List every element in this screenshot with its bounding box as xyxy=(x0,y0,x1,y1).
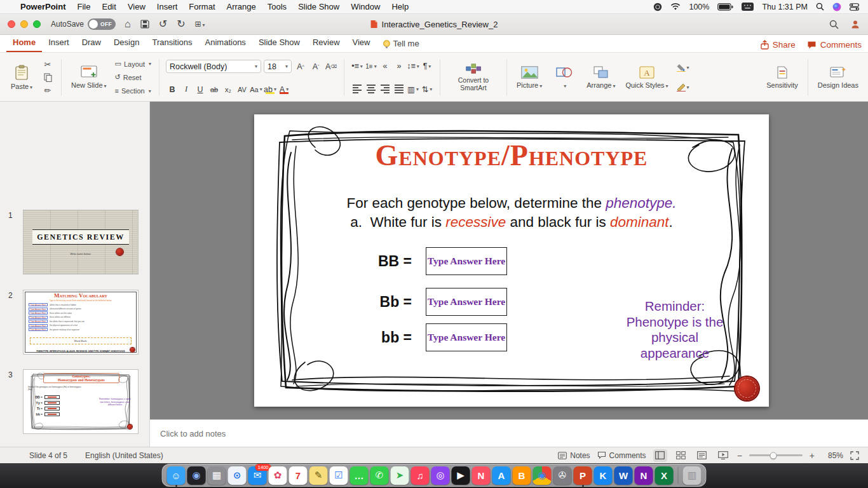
genotype-label[interactable]: Bb = xyxy=(375,294,412,311)
zoom-out-button[interactable]: − xyxy=(737,451,742,461)
answer-box[interactable]: Type Answer Here xyxy=(426,288,507,316)
comments-button[interactable]: Comments xyxy=(807,40,862,50)
tell-me-button[interactable]: Tell me xyxy=(377,36,426,52)
seal-icon[interactable] xyxy=(735,377,759,400)
zoom-slider[interactable] xyxy=(749,454,803,456)
tab-insert[interactable]: Insert xyxy=(42,35,76,52)
menu-window[interactable]: Window xyxy=(351,2,380,11)
new-slide-button[interactable]: New Slide▾ xyxy=(68,57,110,98)
section-button[interactable]: ≡ Section▾ xyxy=(114,85,153,97)
dock-podcasts-icon[interactable]: ◎ xyxy=(431,466,450,485)
slide-canvas[interactable]: Genotype/Phenotype For each genotype bel… xyxy=(150,102,868,419)
copy-button[interactable] xyxy=(41,71,55,84)
tab-transitions[interactable]: Transitions xyxy=(146,35,198,52)
fit-slide-button[interactable] xyxy=(850,451,859,460)
shape-outline-button[interactable]: ▾ xyxy=(675,81,691,94)
menu-insert[interactable]: Insert xyxy=(157,2,178,11)
menu-edit[interactable]: Edit xyxy=(102,2,116,11)
justify-button[interactable] xyxy=(393,83,405,95)
menu-app-name[interactable]: PowerPoint xyxy=(20,2,66,11)
battery-icon[interactable] xyxy=(717,3,733,11)
language-selector[interactable]: English (United States) xyxy=(85,451,163,460)
toolbar-options-icon[interactable]: ⊞▾ xyxy=(195,20,205,28)
dock-onenote-icon[interactable]: N xyxy=(635,466,653,485)
subscript-button[interactable]: x₂ xyxy=(222,83,234,95)
reading-view-button[interactable] xyxy=(695,449,709,462)
minimize-window-button[interactable] xyxy=(20,20,28,28)
dock-maps-icon[interactable]: ➤ xyxy=(391,466,409,485)
text-direction-button[interactable]: ¶▾ xyxy=(421,60,433,72)
dock-reminders-icon[interactable]: ☑ xyxy=(330,466,348,485)
shapes-button[interactable]: ▾ xyxy=(549,57,580,98)
dock-excel-icon[interactable]: X xyxy=(655,466,674,485)
strikethrough-button[interactable]: ab xyxy=(208,83,220,95)
slide-thumbnail-3[interactable]: Genotypes: Homozygous and Heterozygous I… xyxy=(23,369,139,434)
dock-chrome-icon[interactable]: ◉ xyxy=(533,466,552,485)
line-spacing-button[interactable]: ↕≡▾ xyxy=(407,60,419,72)
format-painter-button[interactable]: ✏ xyxy=(41,85,55,97)
underline-button[interactable]: U xyxy=(194,83,207,95)
dock-siri-icon[interactable]: ◉ xyxy=(187,466,206,485)
tab-home[interactable]: Home xyxy=(6,35,42,52)
dock-calendar-icon[interactable]: 7 xyxy=(289,466,308,485)
titlebar-search-icon[interactable] xyxy=(829,20,839,29)
tab-design[interactable]: Design xyxy=(107,35,146,52)
quick-styles-button[interactable]: A Quick Styles▾ xyxy=(622,57,671,98)
genotype-label[interactable]: bb = xyxy=(375,329,412,346)
notes-toggle-button[interactable]: Notes xyxy=(558,451,590,460)
notes-pane[interactable]: Click to add notes xyxy=(150,419,868,447)
tab-review[interactable]: Review xyxy=(306,35,346,52)
zoom-in-button[interactable]: + xyxy=(810,451,815,461)
font-size-select[interactable]: 18▾ xyxy=(264,60,292,73)
italic-button[interactable]: I xyxy=(180,83,193,95)
menu-help[interactable]: Help xyxy=(391,2,409,11)
reminder-text[interactable]: Reminder: Phenotype is the physical appe… xyxy=(625,299,725,361)
dock-trash-icon[interactable]: ▥ xyxy=(683,466,702,485)
tab-view[interactable]: View xyxy=(346,35,377,52)
convert-smartart-button[interactable]: Convert to SmartArt xyxy=(447,57,500,98)
dock-tv-icon[interactable]: ▶ xyxy=(452,466,470,485)
clear-formatting-button[interactable]: A⌫ xyxy=(325,60,337,72)
dock-word-icon[interactable]: W xyxy=(614,466,633,485)
home-icon[interactable]: ⌂ xyxy=(125,19,131,29)
tab-slide-show[interactable]: Slide Show xyxy=(252,35,306,52)
font-name-select[interactable]: Rockwell (Body)▾ xyxy=(166,60,261,73)
comments-toggle-button[interactable]: Comments xyxy=(597,451,646,460)
menu-file[interactable]: File xyxy=(78,2,91,11)
dock-notes-icon[interactable]: ✎ xyxy=(309,466,328,485)
dock-mail-icon[interactable]: ✉1400 xyxy=(248,466,267,485)
menu-arrange[interactable]: Arrange xyxy=(227,2,256,11)
decrease-indent-button[interactable]: « xyxy=(379,60,391,72)
dock-launchpad-icon[interactable]: ▦ xyxy=(208,466,226,485)
paste-button[interactable]: Paste▾ xyxy=(6,57,37,98)
menu-slide-show[interactable]: Slide Show xyxy=(298,2,339,11)
dock-books-icon[interactable]: B xyxy=(513,466,531,485)
picture-button[interactable]: Picture▾ xyxy=(513,57,545,98)
slideshow-button[interactable] xyxy=(716,449,730,462)
zoom-level[interactable]: 85% xyxy=(822,451,843,460)
align-left-button[interactable] xyxy=(351,83,363,95)
slide-thumbnail-2[interactable]: Matching Vocabulary Type in the missing … xyxy=(23,290,139,355)
shape-fill-button[interactable]: ▾ xyxy=(675,62,691,74)
menu-format[interactable]: Format xyxy=(189,2,215,11)
tab-draw[interactable]: Draw xyxy=(76,35,107,52)
dock-safari-icon[interactable]: ⊙ xyxy=(228,466,247,485)
genotype-label[interactable]: BB = xyxy=(375,253,412,270)
wifi-icon[interactable] xyxy=(670,3,681,11)
menu-view[interactable]: View xyxy=(128,2,146,11)
share-button[interactable]: Share xyxy=(761,40,796,50)
layout-button[interactable]: ▭ Layout▾ xyxy=(114,58,153,70)
reset-button[interactable]: ↺ Reset xyxy=(114,71,153,83)
columns-button[interactable]: ▥▾ xyxy=(407,83,419,95)
design-ideas-button[interactable]: ✦ Design Ideas xyxy=(815,57,862,98)
zoom-slider-thumb[interactable] xyxy=(770,452,776,459)
dock-keynote-icon[interactable]: K xyxy=(594,466,613,485)
dock-facetime-icon[interactable]: ✆ xyxy=(370,466,389,485)
save-icon[interactable] xyxy=(140,20,149,29)
slide-body-line1[interactable]: For each genotype below, determine the p… xyxy=(254,195,769,212)
account-avatar-icon[interactable] xyxy=(850,19,860,29)
increase-indent-button[interactable]: » xyxy=(393,60,405,72)
control-center-icon[interactable] xyxy=(850,3,859,11)
align-center-button[interactable] xyxy=(365,83,377,95)
character-spacing-button[interactable]: AV xyxy=(236,83,248,95)
